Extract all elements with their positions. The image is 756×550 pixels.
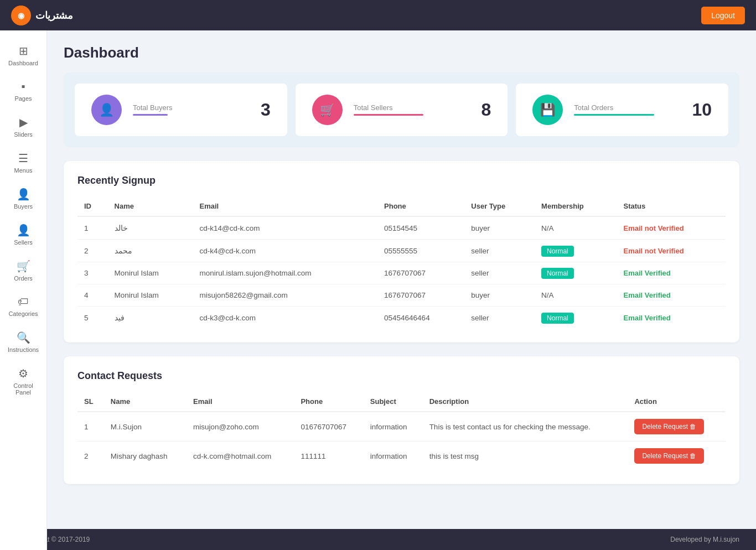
- status-cell: Email not Verified: [617, 216, 726, 240]
- col-sl: SL: [77, 392, 104, 412]
- sidebar-item-control-panel[interactable]: ⚙ Control Panel: [3, 361, 44, 401]
- menu-icon: ☰: [18, 152, 28, 165]
- name-cell: Mishary daghash: [104, 442, 187, 471]
- sellers-stat-number: 8: [481, 100, 491, 120]
- sidebar-item-label: Pages: [14, 95, 32, 102]
- sidebar-item-buyers[interactable]: 👤 Buyers: [3, 182, 44, 215]
- control-panel-icon: ⚙: [18, 367, 28, 380]
- buyers-stat-label: Total Buyers: [133, 103, 250, 112]
- name-cell: Monirul Islam: [108, 262, 193, 284]
- sidebar-item-categories[interactable]: 🏷 Categories: [3, 290, 44, 323]
- name-cell: M.i.Sujon: [104, 412, 187, 442]
- phone-cell: 1676707067: [377, 262, 464, 284]
- contact-requests-title: Contact Requests: [77, 370, 726, 382]
- user-type-cell: seller: [464, 307, 535, 329]
- status-cell: Email Verified: [617, 284, 726, 307]
- email-cell: cd-k4@cd-k.com: [193, 240, 377, 262]
- sellers-stat-bar: [354, 114, 424, 116]
- id-cell: 3: [77, 262, 108, 284]
- table-row: 2 Mishary daghash cd-k.com@hotmail.com 1…: [77, 442, 726, 471]
- phone-cell: 05555555: [377, 240, 464, 262]
- table-row: 4 Monirul Islam misujon58262@gmail.com 1…: [77, 284, 726, 307]
- id-cell: 2: [77, 240, 108, 262]
- col-email: Email: [187, 392, 294, 412]
- sidebar-item-label: Sellers: [14, 239, 33, 246]
- action-cell: Delete Request 🗑: [628, 442, 726, 471]
- name-cell: Monirul Islam: [108, 284, 193, 307]
- sidebar-item-label: Menus: [14, 167, 32, 174]
- status-cell: Email Verified: [617, 262, 726, 284]
- id-cell: 4: [77, 284, 108, 307]
- sidebar-item-sellers[interactable]: 👤 Sellers: [3, 218, 44, 251]
- description-cell: This is test contact us for checking the…: [423, 412, 628, 442]
- user-type-cell: seller: [464, 240, 535, 262]
- email-cell: monirul.islam.sujon@hotmail.com: [193, 262, 377, 284]
- name-cell: فيد: [108, 307, 193, 329]
- stat-card-buyers: 👤 Total Buyers 3: [75, 84, 287, 136]
- buyers-stat-bar: [133, 114, 168, 116]
- brand: ◉ مشتريات: [11, 6, 73, 25]
- name-cell: محمد: [108, 240, 193, 262]
- footer: Moshtrayat © 2017-2019 Developed by M.i.…: [0, 529, 756, 550]
- sidebar-item-label: Buyers: [14, 203, 33, 210]
- sellers-stat-icon: 🛒: [312, 95, 343, 125]
- phone-cell: 01676707067: [294, 412, 363, 442]
- buyers-stat-info: Total Buyers: [133, 103, 250, 117]
- sidebar-item-dashboard[interactable]: ⊞ Dashboard: [3, 39, 44, 72]
- sidebar-item-label: Orders: [14, 275, 33, 282]
- subject-cell: information: [364, 412, 423, 442]
- phone-cell: 111111: [294, 442, 363, 471]
- contact-requests-table: SL Name Email Phone Subject Description …: [77, 392, 726, 470]
- col-phone: Phone: [377, 196, 464, 216]
- col-subject: Subject: [364, 392, 423, 412]
- delete-request-button[interactable]: Delete Request 🗑: [634, 448, 704, 464]
- delete-request-button[interactable]: Delete Request 🗑: [634, 419, 704, 434]
- sidebar-item-label: Instructions: [8, 346, 39, 353]
- categories-icon: 🏷: [18, 295, 29, 308]
- phone-cell: 1676707067: [377, 284, 464, 307]
- sidebar-item-menus[interactable]: ☰ Menus: [3, 146, 44, 179]
- buyers-stat-number: 3: [261, 100, 271, 120]
- col-action: Action: [628, 392, 726, 412]
- sidebar-item-orders[interactable]: 🛒 Orders: [3, 254, 44, 287]
- orders-stat-number: 10: [692, 100, 712, 120]
- stat-card-sellers: 🛒 Total Sellers 8: [296, 84, 508, 136]
- sidebar-item-sliders[interactable]: ▶ Sliders: [3, 110, 44, 143]
- description-cell: this is test msg: [423, 442, 628, 471]
- sidebar-item-label: Categories: [8, 310, 38, 317]
- membership-cell: N/A: [535, 216, 617, 240]
- email-cell: cd-k14@cd-k.com: [193, 216, 377, 240]
- subject-cell: information: [364, 442, 423, 471]
- col-name: Name: [108, 196, 193, 216]
- instructions-icon: 🔍: [17, 331, 30, 344]
- recently-signup-table: ID Name Email Phone User Type Membership…: [77, 196, 726, 329]
- user-type-cell: buyer: [464, 216, 535, 240]
- sl-cell: 2: [77, 442, 104, 471]
- col-phone: Phone: [294, 392, 363, 412]
- home-icon: ⊞: [19, 44, 28, 58]
- main-content: Dashboard 👤 Total Buyers 3 🛒 Total Selle…: [47, 30, 756, 529]
- seller-icon: 👤: [17, 224, 30, 237]
- sidebar-item-instructions[interactable]: 🔍 Instructions: [3, 325, 44, 359]
- name-cell: خالد: [108, 216, 193, 240]
- col-membership: Membership: [535, 196, 617, 216]
- orders-stat-bar: [574, 114, 654, 116]
- stats-container: 👤 Total Buyers 3 🛒 Total Sellers 8 💾: [64, 72, 739, 147]
- phone-cell: 05154545: [377, 216, 464, 240]
- membership-cell: N/A: [535, 284, 617, 307]
- sidebar-item-pages[interactable]: ▪ Pages: [3, 75, 44, 107]
- table-row: 5 فيد cd-k3@cd-k.com 05454646464 seller …: [77, 307, 726, 329]
- sidebar: ⊞ Dashboard ▪ Pages ▶ Sliders ☰ Menus 👤 …: [0, 30, 47, 550]
- top-navbar: ◉ مشتريات Logout: [0, 0, 756, 30]
- email-cell: misujon58262@gmail.com: [193, 284, 377, 307]
- col-user-type: User Type: [464, 196, 535, 216]
- col-status: Status: [617, 196, 726, 216]
- logout-button[interactable]: Logout: [701, 7, 745, 24]
- id-cell: 5: [77, 307, 108, 329]
- table-row: 1 خالد cd-k14@cd-k.com 05154545 buyer N/…: [77, 216, 726, 240]
- buyers-stat-icon: 👤: [91, 95, 122, 125]
- sidebar-item-label: Dashboard: [8, 60, 38, 66]
- orders-icon: 🛒: [17, 260, 30, 273]
- sl-cell: 1: [77, 412, 104, 442]
- user-type-cell: buyer: [464, 284, 535, 307]
